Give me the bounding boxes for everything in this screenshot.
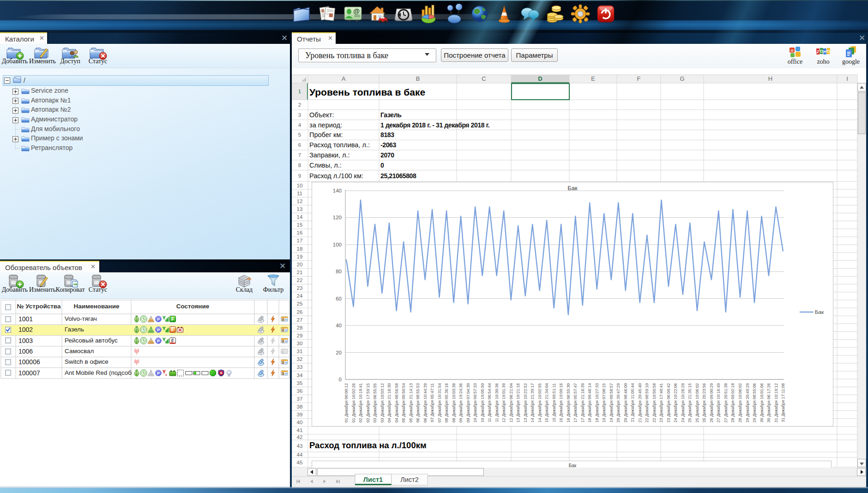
svg-text:10 Декабря 09:57:33: 10 Декабря 09:57:33 (473, 383, 477, 422)
svg-text:0: 0 (339, 377, 342, 382)
svg-text:H: H (768, 75, 772, 82)
svg-text:5: 5 (298, 132, 301, 138)
svg-text:05 Декабря 09:50:54: 05 Декабря 09:50:54 (401, 383, 406, 422)
svg-text:Расход топлива, л.:: Расход топлива, л.: (309, 141, 370, 149)
svg-text:Лист1: Лист1 (363, 476, 383, 483)
svg-text:0: 0 (380, 162, 384, 169)
svg-text:25 Декабря 21:35:15: 25 Декабря 21:35:15 (687, 383, 692, 422)
svg-text:7: 7 (298, 152, 301, 158)
svg-text:04 Декабря 08:56:58: 04 Декабря 08:56:58 (394, 383, 399, 422)
svg-text:24: 24 (297, 293, 303, 299)
svg-text:39: 39 (297, 412, 303, 417)
svg-text:80: 80 (336, 269, 342, 274)
svg-text:33: 33 (297, 364, 303, 370)
svg-text:23 Декабря 17:40:41: 23 Декабря 17:40:41 (659, 383, 663, 422)
svg-text:08 Декабря 10:03:38: 08 Декабря 10:03:38 (452, 383, 456, 422)
svg-text:Расход л./100 км:: Расход л./100 км: (309, 172, 363, 180)
svg-text:14 Декабря 10:02:55: 14 Декабря 10:02:55 (537, 383, 542, 422)
svg-text:16 Декабря 06:55:30: 16 Декабря 06:55:30 (566, 383, 571, 422)
svg-text:45: 45 (297, 460, 303, 465)
svg-text:15 Декабря 21:34:04: 15 Декабря 21:34:04 (544, 383, 549, 422)
svg-text:20 Декабря 08:46:00: 20 Декабря 08:46:00 (623, 383, 628, 422)
svg-text:06 Декабря 10:44:39: 06 Декабря 10:44:39 (423, 383, 428, 422)
svg-text:04 Декабря 21:16:30: 04 Декабря 21:16:30 (387, 383, 392, 422)
svg-text:08 Декабря 05:36:16: 08 Декабря 05:36:16 (444, 383, 449, 422)
svg-text:D: D (538, 75, 542, 82)
svg-text:Заправки, л.:: Заправки, л.: (309, 151, 350, 159)
svg-text:15 Декабря 09:51:11: 15 Декабря 09:51:11 (552, 383, 556, 422)
svg-text:A: A (342, 75, 346, 82)
svg-text:28: 28 (297, 325, 303, 331)
svg-text:44: 44 (297, 452, 303, 457)
svg-text:6: 6 (298, 142, 301, 148)
svg-text:за период:: за период: (309, 121, 342, 129)
svg-text:30 Декабря 06:17:26: 30 Декабря 06:17:26 (766, 383, 771, 422)
svg-text:Объект:: Объект: (309, 111, 334, 119)
svg-text:11: 11 (297, 191, 302, 196)
svg-text:-2063: -2063 (380, 141, 396, 149)
svg-text:24 Декабря 10:26:29: 24 Декабря 10:26:29 (681, 383, 685, 422)
svg-text:24 Декабря 10:22:06: 24 Декабря 10:22:06 (673, 383, 678, 422)
svg-text:P: P (157, 328, 160, 332)
svg-text:20: 20 (297, 262, 303, 267)
svg-text:22 Декабря 08:59:10: 22 Декабря 08:59:10 (645, 383, 649, 422)
svg-text:25 Декабря 10:06:02: 25 Декабря 10:06:02 (695, 383, 699, 422)
svg-text:17 Декабря 21:16:39: 17 Декабря 21:16:39 (580, 383, 585, 422)
svg-text:13: 13 (297, 206, 303, 212)
svg-text:07 Декабря 10:31:54: 07 Декабря 10:31:54 (437, 383, 442, 422)
svg-text:42: 42 (297, 434, 303, 440)
svg-text:1: 1 (298, 89, 301, 94)
svg-text:20 Декабря 20:47:29: 20 Декабря 20:47:29 (616, 383, 621, 422)
svg-text:23 Декабря 06:09:42: 23 Декабря 06:09:42 (666, 383, 671, 422)
svg-text:26 Декабря 09:00:29: 26 Декабря 09:00:29 (709, 383, 714, 422)
svg-text:27 Декабря 10:16:49: 27 Декабря 10:16:49 (716, 383, 721, 422)
svg-text:43: 43 (297, 443, 303, 449)
svg-text:H: H (823, 49, 826, 54)
svg-text:21 Декабря 20:45:40: 21 Декабря 20:45:40 (638, 383, 642, 422)
svg-text:36: 36 (297, 388, 303, 394)
svg-text:8183: 8183 (380, 131, 394, 138)
svg-text:26 Декабря 20:23:56: 26 Декабря 20:23:56 (702, 383, 706, 422)
svg-text:9: 9 (298, 173, 301, 179)
svg-text:Бак: Бак (815, 309, 824, 315)
svg-text:07 Декабря 05:47:11: 07 Декабря 05:47:11 (430, 383, 434, 422)
svg-text:19 Декабря 09:58:57: 19 Декабря 09:58:57 (609, 383, 614, 422)
svg-text:41: 41 (297, 427, 303, 433)
svg-text:25: 25 (297, 301, 303, 307)
svg-text:13 Декабря 10:22:52: 13 Декабря 10:22:52 (523, 383, 528, 422)
svg-text:17: 17 (297, 238, 303, 243)
svg-text:03 Декабря 06:55:55: 03 Декабря 06:55:55 (373, 383, 377, 422)
svg-text:16: 16 (297, 230, 303, 235)
svg-text:11 Декабря 06:54:44: 11 Декабря 06:54:44 (487, 383, 492, 422)
svg-text:02 Декабря 17:59:15: 02 Декабря 17:59:15 (366, 383, 370, 422)
svg-text:1 декабря 2018 г. - 31 декабря: 1 декабря 2018 г. - 31 декабря 2018 г. (380, 121, 489, 129)
svg-text:19 Декабря 07:08:15: 19 Декабря 07:08:15 (602, 383, 606, 422)
svg-text:37: 37 (297, 396, 303, 402)
svg-text:28 Декабря 09:02:18: 28 Декабря 09:02:18 (730, 383, 735, 422)
svg-text:34: 34 (297, 373, 303, 378)
svg-text:18: 18 (297, 246, 303, 252)
svg-text:I: I (846, 75, 848, 82)
svg-text:14 Декабря 21:39:17: 14 Декабря 21:39:17 (530, 383, 535, 422)
svg-text:09 Декабря 19:24:36: 09 Декабря 19:24:36 (458, 383, 463, 422)
svg-text:27: 27 (297, 317, 303, 323)
svg-text:22: 22 (297, 277, 303, 283)
svg-text:P: P (157, 339, 160, 343)
svg-text:40: 40 (297, 420, 303, 425)
svg-text:12 Декабря 19:01:39: 12 Декабря 19:01:39 (501, 383, 506, 422)
svg-text:09 Декабря 07:04:30: 09 Декабря 07:04:30 (466, 383, 470, 422)
svg-text:18 Декабря 10:27:33: 18 Декабря 10:27:33 (595, 383, 599, 422)
svg-text:28 Декабря 10:06:02: 28 Декабря 10:06:02 (738, 383, 742, 422)
svg-text:60: 60 (336, 296, 342, 301)
svg-text:26: 26 (297, 309, 303, 315)
svg-text:Z: Z (817, 49, 820, 54)
svg-text:100: 100 (333, 242, 342, 247)
svg-text:3: 3 (298, 112, 301, 118)
svg-text:O: O (820, 49, 823, 54)
svg-text:Газель: Газель (380, 111, 402, 119)
svg-text:05 Декабря 21:14:13: 05 Декабря 21:14:13 (409, 383, 413, 422)
svg-text:22 Декабря 10:50:58: 22 Декабря 10:50:58 (652, 383, 657, 422)
svg-text:31 Декабря 17:11:08: 31 Декабря 17:11:08 (781, 383, 785, 422)
svg-text:21 Декабря 11:05:44: 21 Декабря 11:05:44 (630, 383, 635, 422)
svg-text:@: @ (353, 7, 360, 15)
